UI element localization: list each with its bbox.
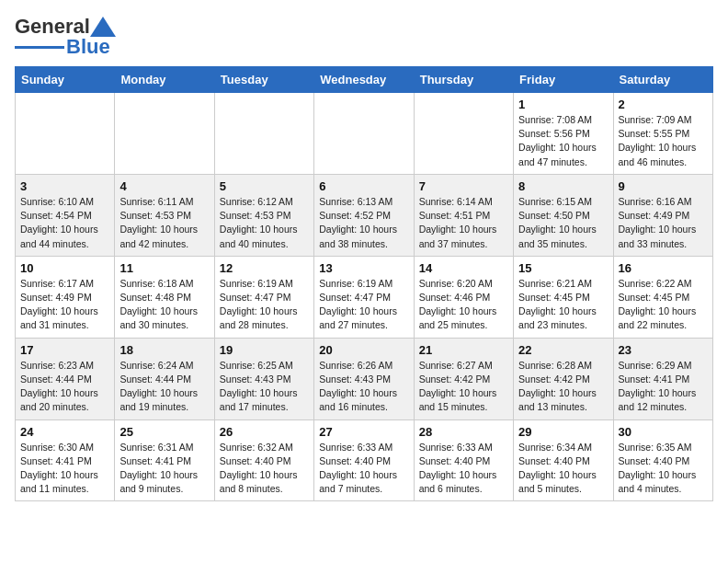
- day-number: 6: [319, 179, 408, 193]
- day-number: 24: [20, 425, 109, 439]
- calendar-cell: 18Sunrise: 6:24 AM Sunset: 4:44 PM Dayli…: [115, 338, 214, 419]
- day-number: 26: [220, 425, 309, 439]
- weekday-header-thursday: Thursday: [414, 67, 513, 93]
- calendar-week-row: 1Sunrise: 7:08 AM Sunset: 5:56 PM Daylig…: [16, 93, 713, 175]
- day-info: Sunrise: 6:10 AM Sunset: 4:54 PM Dayligh…: [20, 195, 109, 251]
- weekday-header-friday: Friday: [514, 67, 613, 93]
- day-number: 14: [419, 261, 508, 275]
- calendar-cell: 12Sunrise: 6:19 AM Sunset: 4:47 PM Dayli…: [214, 256, 313, 338]
- day-info: Sunrise: 6:30 AM Sunset: 4:41 PM Dayligh…: [20, 441, 109, 497]
- day-number: 22: [518, 343, 608, 357]
- day-number: 17: [20, 343, 109, 357]
- header: General Blue: [15, 15, 713, 59]
- day-info: Sunrise: 6:18 AM Sunset: 4:48 PM Dayligh…: [119, 277, 209, 333]
- day-number: 25: [119, 425, 209, 439]
- day-number: 11: [119, 261, 209, 275]
- day-info: Sunrise: 6:12 AM Sunset: 4:53 PM Dayligh…: [220, 195, 309, 251]
- day-info: Sunrise: 6:13 AM Sunset: 4:52 PM Dayligh…: [319, 195, 408, 251]
- day-info: Sunrise: 6:31 AM Sunset: 4:41 PM Dayligh…: [119, 441, 209, 497]
- calendar-cell: 27Sunrise: 6:33 AM Sunset: 4:40 PM Dayli…: [314, 419, 414, 501]
- day-info: Sunrise: 7:08 AM Sunset: 5:56 PM Dayligh…: [518, 113, 608, 169]
- calendar-cell: 6Sunrise: 6:13 AM Sunset: 4:52 PM Daylig…: [314, 174, 414, 256]
- calendar-cell: 25Sunrise: 6:31 AM Sunset: 4:41 PM Dayli…: [115, 419, 214, 501]
- day-info: Sunrise: 6:14 AM Sunset: 4:51 PM Dayligh…: [419, 195, 508, 251]
- calendar-body: 1Sunrise: 7:08 AM Sunset: 5:56 PM Daylig…: [16, 93, 713, 501]
- calendar-cell: 11Sunrise: 6:18 AM Sunset: 4:48 PM Dayli…: [115, 256, 214, 338]
- day-number: 4: [119, 179, 209, 193]
- day-info: Sunrise: 6:19 AM Sunset: 4:47 PM Dayligh…: [220, 277, 309, 333]
- day-number: 3: [20, 179, 109, 193]
- calendar-cell: 8Sunrise: 6:15 AM Sunset: 4:50 PM Daylig…: [514, 174, 613, 256]
- calendar-week-row: 10Sunrise: 6:17 AM Sunset: 4:49 PM Dayli…: [16, 256, 713, 338]
- calendar-cell: 26Sunrise: 6:32 AM Sunset: 4:40 PM Dayli…: [214, 419, 313, 501]
- calendar-cell: 16Sunrise: 6:22 AM Sunset: 4:45 PM Dayli…: [613, 256, 712, 338]
- calendar-cell: 7Sunrise: 6:14 AM Sunset: 4:51 PM Daylig…: [414, 174, 513, 256]
- day-info: Sunrise: 6:29 AM Sunset: 4:41 PM Dayligh…: [619, 359, 708, 415]
- weekday-header-saturday: Saturday: [613, 67, 712, 93]
- calendar-cell: 13Sunrise: 6:19 AM Sunset: 4:47 PM Dayli…: [314, 256, 414, 338]
- calendar-cell: [115, 93, 214, 175]
- day-info: Sunrise: 6:16 AM Sunset: 4:49 PM Dayligh…: [619, 195, 708, 251]
- day-number: 21: [419, 343, 508, 357]
- calendar-week-row: 24Sunrise: 6:30 AM Sunset: 4:41 PM Dayli…: [16, 419, 713, 501]
- weekday-header-sunday: Sunday: [16, 67, 115, 93]
- logo-icon: [90, 17, 116, 37]
- day-info: Sunrise: 6:17 AM Sunset: 4:49 PM Dayligh…: [20, 277, 109, 333]
- day-info: Sunrise: 6:22 AM Sunset: 4:45 PM Dayligh…: [619, 277, 708, 333]
- calendar-cell: 4Sunrise: 6:11 AM Sunset: 4:53 PM Daylig…: [115, 174, 214, 256]
- day-info: Sunrise: 6:25 AM Sunset: 4:43 PM Dayligh…: [220, 359, 309, 415]
- calendar-cell: [414, 93, 513, 175]
- day-number: 16: [619, 261, 708, 275]
- day-info: Sunrise: 6:33 AM Sunset: 4:40 PM Dayligh…: [419, 441, 508, 497]
- calendar-cell: 5Sunrise: 6:12 AM Sunset: 4:53 PM Daylig…: [214, 174, 313, 256]
- calendar-cell: 10Sunrise: 6:17 AM Sunset: 4:49 PM Dayli…: [16, 256, 115, 338]
- calendar-week-row: 17Sunrise: 6:23 AM Sunset: 4:44 PM Dayli…: [16, 338, 713, 419]
- day-info: Sunrise: 6:35 AM Sunset: 4:40 PM Dayligh…: [619, 441, 708, 497]
- calendar-cell: 14Sunrise: 6:20 AM Sunset: 4:46 PM Dayli…: [414, 256, 513, 338]
- day-info: Sunrise: 6:27 AM Sunset: 4:42 PM Dayligh…: [419, 359, 508, 415]
- day-number: 13: [319, 261, 408, 275]
- day-info: Sunrise: 6:20 AM Sunset: 4:46 PM Dayligh…: [419, 277, 508, 333]
- day-number: 27: [319, 425, 408, 439]
- weekday-header-monday: Monday: [115, 67, 214, 93]
- calendar-cell: [314, 93, 414, 175]
- day-info: Sunrise: 6:28 AM Sunset: 4:42 PM Dayligh…: [518, 359, 608, 415]
- calendar-cell: [214, 93, 313, 175]
- calendar-cell: [16, 93, 115, 175]
- calendar-cell: 15Sunrise: 6:21 AM Sunset: 4:45 PM Dayli…: [514, 256, 613, 338]
- calendar-cell: 9Sunrise: 6:16 AM Sunset: 4:49 PM Daylig…: [613, 174, 712, 256]
- calendar-cell: 3Sunrise: 6:10 AM Sunset: 4:54 PM Daylig…: [16, 174, 115, 256]
- day-number: 9: [619, 179, 708, 193]
- day-number: 23: [619, 343, 708, 357]
- day-number: 5: [220, 179, 309, 193]
- calendar-cell: 21Sunrise: 6:27 AM Sunset: 4:42 PM Dayli…: [414, 338, 513, 419]
- calendar-cell: 20Sunrise: 6:26 AM Sunset: 4:43 PM Dayli…: [314, 338, 414, 419]
- calendar-cell: 1Sunrise: 7:08 AM Sunset: 5:56 PM Daylig…: [514, 93, 613, 175]
- calendar-cell: 24Sunrise: 6:30 AM Sunset: 4:41 PM Dayli…: [16, 419, 115, 501]
- day-number: 1: [518, 98, 608, 111]
- calendar-week-row: 3Sunrise: 6:10 AM Sunset: 4:54 PM Daylig…: [16, 174, 713, 256]
- day-info: Sunrise: 6:34 AM Sunset: 4:40 PM Dayligh…: [518, 441, 608, 497]
- day-number: 10: [20, 261, 109, 275]
- day-number: 18: [119, 343, 209, 357]
- day-info: Sunrise: 7:09 AM Sunset: 5:55 PM Dayligh…: [619, 113, 708, 169]
- day-number: 15: [518, 261, 608, 275]
- calendar-cell: 22Sunrise: 6:28 AM Sunset: 4:42 PM Dayli…: [514, 338, 613, 419]
- day-info: Sunrise: 6:11 AM Sunset: 4:53 PM Dayligh…: [119, 195, 209, 251]
- weekday-header-wednesday: Wednesday: [314, 67, 414, 93]
- calendar-cell: 30Sunrise: 6:35 AM Sunset: 4:40 PM Dayli…: [613, 419, 712, 501]
- day-number: 28: [419, 425, 508, 439]
- calendar-header-row: SundayMondayTuesdayWednesdayThursdayFrid…: [16, 67, 713, 93]
- day-number: 12: [220, 261, 309, 275]
- calendar-cell: 28Sunrise: 6:33 AM Sunset: 4:40 PM Dayli…: [414, 419, 513, 501]
- calendar-cell: 23Sunrise: 6:29 AM Sunset: 4:41 PM Dayli…: [613, 338, 712, 419]
- logo: General Blue: [15, 15, 116, 59]
- day-info: Sunrise: 6:19 AM Sunset: 4:47 PM Dayligh…: [319, 277, 408, 333]
- day-info: Sunrise: 6:21 AM Sunset: 4:45 PM Dayligh…: [518, 277, 608, 333]
- calendar-cell: 29Sunrise: 6:34 AM Sunset: 4:40 PM Dayli…: [514, 419, 613, 501]
- day-info: Sunrise: 6:33 AM Sunset: 4:40 PM Dayligh…: [319, 441, 408, 497]
- calendar-cell: 2Sunrise: 7:09 AM Sunset: 5:55 PM Daylig…: [613, 93, 712, 175]
- day-info: Sunrise: 6:32 AM Sunset: 4:40 PM Dayligh…: [220, 441, 309, 497]
- day-number: 19: [220, 343, 309, 357]
- day-info: Sunrise: 6:23 AM Sunset: 4:44 PM Dayligh…: [20, 359, 109, 415]
